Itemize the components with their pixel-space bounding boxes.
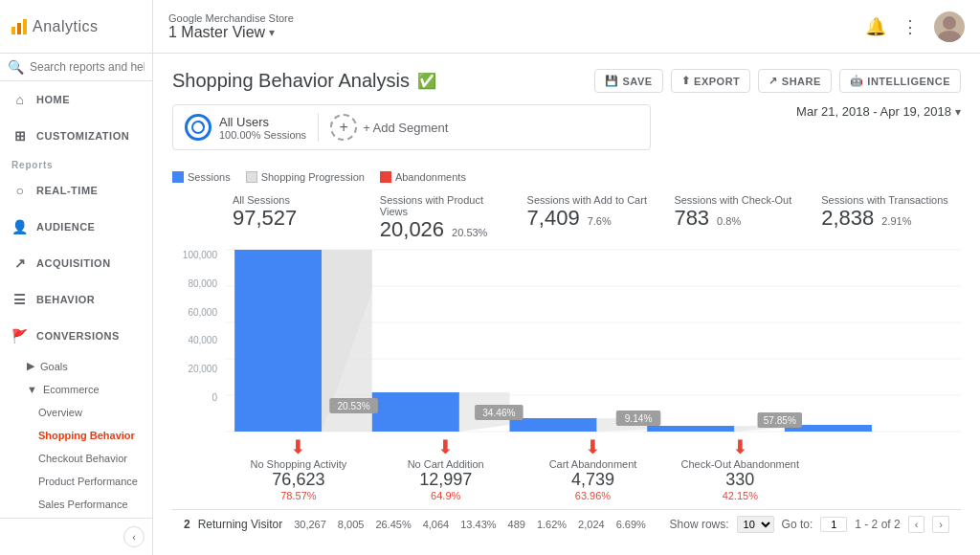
abandon-col-3: ⬇ Cart Abandonment 4,739 63.96% <box>520 435 667 501</box>
metric-all-sessions: All Sessions 97,527 <box>225 190 372 246</box>
sidebar-item-label: CUSTOMIZATION <box>36 130 129 142</box>
svg-text:20.53%: 20.53% <box>337 401 369 411</box>
funnel-chart: All Sessions 97,527 Sessions with Produc… <box>172 190 961 501</box>
report-title: Shopping Behavior Analysis <box>172 70 410 92</box>
bar-all-sessions <box>234 250 322 432</box>
more-options-icon[interactable]: ⋮ <box>902 16 919 37</box>
metric-pct: 2.91% <box>881 215 911 227</box>
sidebar-item-home[interactable]: ⌂ HOME <box>0 81 152 118</box>
sidebar-item-acquisition[interactable]: ↗ ACQUISITION <box>0 245 152 281</box>
share-button[interactable]: ↗ SHARE <box>758 69 832 93</box>
sidebar-header: Analytics <box>0 0 152 54</box>
save-button[interactable]: 💾 SAVE <box>594 69 663 93</box>
goto-label: Go to: <box>782 518 813 531</box>
cell-6: 489 <box>508 519 525 530</box>
cell-3: 26.45% <box>375 519 411 530</box>
svg-point-1 <box>938 31 961 42</box>
abandon-arrow-1: ⬇ <box>290 435 306 458</box>
metric-label: Sessions with Product Views <box>380 194 512 217</box>
page-info: 1 - 2 of 2 <box>855 518 900 531</box>
segment-info: All Users 100.00% Sessions <box>219 115 306 141</box>
show-rows-label: Show rows: <box>670 518 729 531</box>
abandon-value-1: 76,623 <box>272 470 324 490</box>
svg-text:9.14%: 9.14% <box>625 413 653 424</box>
sidebar-item-audience[interactable]: 👤 AUDIENCE <box>0 209 152 245</box>
reports-section-label: Reports <box>0 154 152 172</box>
segment-item: All Users 100.00% Sessions <box>185 114 306 141</box>
metric-value: 20,026 <box>380 217 444 242</box>
show-rows-select[interactable]: 10 25 50 <box>737 516 774 533</box>
export-icon: ⬆ <box>681 75 691 87</box>
search-input[interactable] <box>30 60 145 74</box>
sidebar-item-label: REAL-TIME <box>36 185 98 196</box>
legend-shopping: Shopping Progression <box>246 171 365 183</box>
intelligence-icon: 🤖 <box>850 75 864 87</box>
audience-icon: 👤 <box>11 218 29 235</box>
svg-text:57.85%: 57.85% <box>764 415 796 426</box>
conversions-icon: 🚩 <box>11 327 29 344</box>
sidebar-item-customization[interactable]: ⊞ CUSTOMIZATION <box>0 118 152 154</box>
abandon-col-1: ⬇ No Shopping Activity 76,623 78.57% <box>225 435 372 501</box>
prev-page-button[interactable]: ‹ <box>908 516 925 533</box>
collapse-sidebar-button[interactable]: ‹ <box>123 526 145 547</box>
goto-input[interactable] <box>820 517 847 532</box>
app-title: Analytics <box>33 18 99 35</box>
search-icon: 🔍 <box>8 59 24 75</box>
abandon-pct-1: 78.57% <box>280 490 316 501</box>
abandon-label-4: Check-Out Abandonment <box>681 458 800 470</box>
sub-nav-checkout-behavior[interactable]: Checkout Behavior <box>0 447 152 470</box>
segment-circle <box>185 114 212 141</box>
save-icon: 💾 <box>605 75 619 87</box>
metric-pct: 0.8% <box>717 215 741 227</box>
report-header: Shopping Behavior Analysis ✅ 💾 SAVE ⬆ EX… <box>172 69 961 93</box>
sidebar: Analytics 🔍 ⌂ HOME ⊞ CUSTOMIZATION Repor… <box>0 0 153 555</box>
abandon-label-1: No Shopping Activity <box>250 458 346 470</box>
metric-transactions: Sessions with Transactions 2,838 2.91% <box>813 190 961 246</box>
main-content: Google Merchandise Store 1 Master View ▾… <box>153 0 980 555</box>
chart-with-axis: 100,000 80,000 60,000 40,000 20,000 0 <box>172 250 961 432</box>
sub-nav-goals[interactable]: ▶ Goals <box>0 354 152 378</box>
abandon-label-2: No Cart Addition <box>408 458 484 470</box>
abandon-pct-3: 63.96% <box>575 490 611 501</box>
export-button[interactable]: ⬆ EXPORT <box>671 69 751 93</box>
bar-add-to-cart <box>509 418 596 432</box>
view-selector[interactable]: 1 Master View ▾ <box>168 24 294 41</box>
logo-bar-3 <box>23 19 27 34</box>
chevron-down-icon: ▾ <box>269 26 275 39</box>
sidebar-item-conversions[interactable]: 🚩 CONVERSIONS <box>0 318 152 354</box>
cell-8: 2,024 <box>578 519 605 530</box>
segment-percentage: 100.00% Sessions <box>219 129 306 141</box>
metric-pct: 7.6% <box>588 215 612 227</box>
date-dropdown-icon: ▾ <box>955 105 961 119</box>
verified-icon: ✅ <box>417 72 436 90</box>
sub-nav-ecommerce[interactable]: ▼ Ecommerce <box>0 378 152 401</box>
date-range[interactable]: Mar 21, 2018 - Apr 19, 2018 ▾ <box>796 104 961 119</box>
sidebar-item-label: AUDIENCE <box>36 221 95 233</box>
cell-9: 6.69% <box>616 519 646 530</box>
sub-nav-sales-performance[interactable]: Sales Performance <box>0 493 152 516</box>
sub-nav-shopping-behavior[interactable]: Shopping Behavior <box>0 424 152 447</box>
bar-product-views <box>372 392 459 432</box>
behavior-icon: ☰ <box>11 291 29 308</box>
abandon-label-3: Cart Abandonment <box>549 458 637 470</box>
sub-nav-product-performance[interactable]: Product Performance <box>0 470 152 493</box>
abandon-value-3: 4,739 <box>571 470 614 490</box>
avatar[interactable] <box>934 11 965 42</box>
abandon-arrow-3: ⬇ <box>585 435 601 458</box>
notification-icon[interactable]: 🔔 <box>865 16 886 37</box>
customization-icon: ⊞ <box>11 127 29 144</box>
table-cells: 30,267 8,005 26.45% 4,064 13.43% 489 1.6… <box>294 519 669 530</box>
sub-nav-overview[interactable]: Overview <box>0 401 152 424</box>
metric-product-views: Sessions with Product Views 20,026 20.53… <box>372 190 520 246</box>
add-segment-button[interactable]: + + Add Segment <box>330 114 448 141</box>
next-page-button[interactable]: › <box>932 516 949 533</box>
sidebar-item-label: HOME <box>36 94 70 105</box>
acquisition-icon: ↗ <box>11 255 29 272</box>
sidebar-item-behavior[interactable]: ☰ BEHAVIOR <box>0 281 152 318</box>
abandon-arrow-2: ⬇ <box>437 435 454 458</box>
sidebar-item-realtime[interactable]: ○ REAL-TIME <box>0 172 152 209</box>
abandon-pct-4: 42.15% <box>723 490 758 501</box>
sidebar-nav: ⌂ HOME ⊞ CUSTOMIZATION Reports ○ REAL-TI… <box>0 81 152 518</box>
intelligence-button[interactable]: 🤖 INTELLIGENCE <box>839 69 961 93</box>
search-bar[interactable]: 🔍 <box>0 54 152 81</box>
